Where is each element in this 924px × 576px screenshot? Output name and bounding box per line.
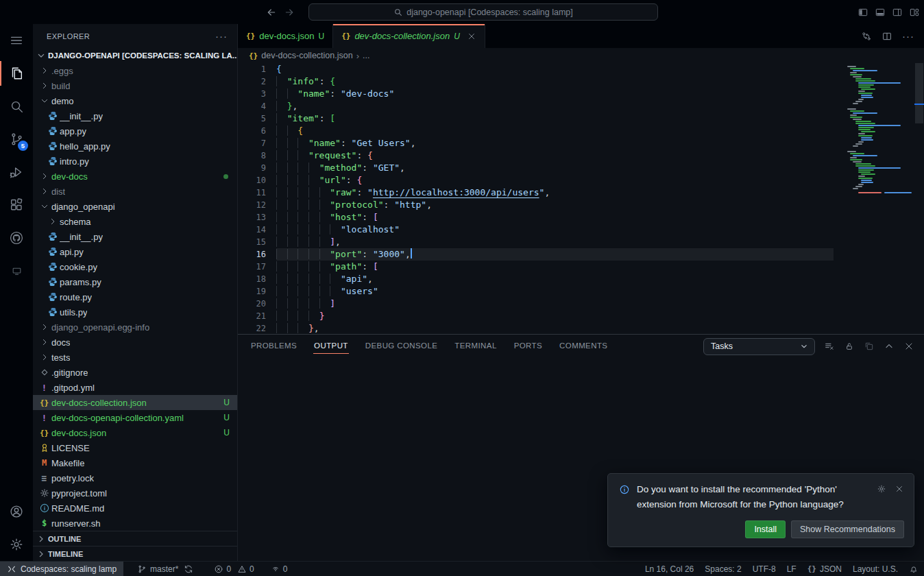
language-mode[interactable]: {}JSON [802,562,847,576]
tree-folder-dev-docs[interactable]: dev-docs [33,169,237,184]
toggle-panel-icon[interactable] [875,7,886,18]
lock-scroll-icon[interactable] [844,341,855,352]
close-panel-icon[interactable] [903,341,914,352]
run-debug-icon[interactable] [0,156,33,189]
forward-icon[interactable] [284,7,295,18]
toggle-sidebar-icon[interactable] [858,7,868,18]
show-recommendations-button[interactable]: Show Recommendations [791,520,904,538]
code-line-9[interactable]: 9 "method": "GET", [238,162,924,174]
breadcrumb-symbol[interactable]: ... [363,51,369,60]
tree-folder-schema[interactable]: schema [33,214,237,229]
notifications-bell[interactable] [903,562,924,576]
workspace-root-folder[interactable]: DJANGO-OPENAPI [CODESPACES: SCALING LA..… [33,48,237,63]
tree-file-LICENSE[interactable]: LICENSE [33,440,237,455]
code-line-18[interactable]: 18 "api", [238,273,924,285]
tree-file-.gitpod.yml[interactable]: !.gitpod.yml [33,380,237,395]
source-control-icon[interactable]: 5 [0,123,33,156]
tree-file-__init__.py[interactable]: __init__.py [33,229,237,244]
tree-file-runserver.sh[interactable]: $runserver.sh [33,516,237,531]
tree-file-dev-docs-collection.json[interactable]: {}dev-docs-collection.jsonU [33,395,237,410]
keyboard-layout[interactable]: Layout: U.S. [847,562,903,576]
cursor-position[interactable]: Ln 16, Col 26 [640,562,699,576]
tree-file-README.md[interactable]: README.md [33,501,237,516]
timeline-section[interactable]: TIMELINE [33,546,237,561]
code-line-7[interactable]: 7 "name": "Get Users", [238,137,924,149]
code-line-4[interactable]: 4 }, [238,100,924,112]
code-line-17[interactable]: 17 "path": [ [238,261,924,273]
git-branch-status[interactable]: master* [132,562,199,576]
code-line-13[interactable]: 13 "host": [ [238,211,924,224]
code-line-1[interactable]: 1{ [238,63,924,75]
maximize-panel-icon[interactable] [884,341,895,352]
editor-tab-dev-docs.json[interactable]: {}dev-docs.jsonU [238,24,333,48]
tree-folder-demo[interactable]: demo [33,93,237,108]
panel-tab-terminal[interactable]: TERMINAL [454,339,497,354]
outline-section[interactable]: OUTLINE [33,531,237,546]
github-icon[interactable] [0,221,33,254]
breadcrumb[interactable]: {} dev-docs-collection.json › ... [238,48,924,63]
tree-folder-tests[interactable]: tests [33,350,237,365]
code-line-14[interactable]: 14 "localhost" [238,224,924,236]
tree-file-api.py[interactable]: api.py [33,244,237,259]
split-editor-icon[interactable] [882,31,892,42]
code-line-16[interactable]: 16 "port": "3000", [238,248,924,261]
indentation[interactable]: Spaces: 2 [699,562,746,576]
code-editor[interactable]: 1{2 "info": {3 "name": "dev-docs"4 },5 "… [238,63,924,334]
tree-file-app.py[interactable]: app.py [33,123,237,139]
extensions-icon[interactable] [0,189,33,221]
tree-folder-django_openapi[interactable]: django_openapi [33,199,237,214]
command-center[interactable]: django-openapi [Codespaces: scaling lamp… [308,3,658,21]
remote-indicator[interactable]: Codespaces: scaling lamp [0,562,123,576]
tree-file-pyproject.toml[interactable]: pyproject.toml [33,485,237,501]
tree-file-intro.py[interactable]: intro.py [33,154,237,169]
tab-close-icon[interactable] [467,32,476,41]
panel-tab-debug-console[interactable]: DEBUG CONSOLE [365,339,439,354]
tree-file-route.py[interactable]: route.py [33,289,237,304]
back-icon[interactable] [266,7,277,18]
code-line-19[interactable]: 19 "users" [238,285,924,298]
tree-file-dev-docs-openapi-collection.yaml[interactable]: !dev-docs-openapi-collection.yamlU [33,410,237,425]
remote-explorer-icon[interactable] [0,254,33,287]
search-icon[interactable] [0,90,33,123]
panel-tab-output[interactable]: OUTPUT [313,339,349,354]
output-channel-select[interactable]: Tasks [703,338,815,355]
tree-file-cookie.py[interactable]: cookie.py [33,259,237,274]
code-line-15[interactable]: 15 ], [238,236,924,248]
sync-icon[interactable] [184,564,193,574]
code-line-20[interactable]: 20 ] [238,298,924,310]
tree-folder-docs[interactable]: docs [33,335,237,350]
menu-icon[interactable] [0,24,33,57]
tree-folder-.eggs[interactable]: .eggs [33,63,237,78]
tree-file-dev-docs.json[interactable]: {}dev-docs.jsonU [33,425,237,440]
toggle-secondary-sidebar-icon[interactable] [892,7,903,18]
code-line-22[interactable]: 22 }, [238,322,924,334]
install-button[interactable]: Install [745,520,786,538]
code-line-2[interactable]: 2 "info": { [238,75,924,88]
customize-layout-icon[interactable] [909,7,920,18]
editor-tab-dev-docs-collection.json[interactable]: {}dev-docs-collection.jsonU [333,24,485,48]
tree-file-hello_app.py[interactable]: hello_app.py [33,139,237,154]
open-changes-icon[interactable] [861,31,872,42]
panel-tab-comments[interactable]: COMMENTS [559,339,608,354]
panel-tab-ports[interactable]: PORTS [513,339,543,354]
tree-file-__init__.py[interactable]: __init__.py [33,108,237,123]
panel-tab-problems[interactable]: PROBLEMS [250,339,297,354]
editor-scrollbar[interactable] [914,63,924,334]
code-line-11[interactable]: 11 "raw": "http://localhost:3000/api/use… [238,187,924,199]
code-line-6[interactable]: 6 { [238,125,924,137]
code-line-12[interactable]: 12 "protocol": "http", [238,199,924,211]
tree-folder-dist[interactable]: dist [33,184,237,199]
encoding[interactable]: UTF-8 [747,562,781,576]
code-line-21[interactable]: 21 } [238,310,924,322]
open-output-in-editor-icon[interactable] [864,341,875,352]
notification-close-icon[interactable] [895,484,904,494]
code-line-5[interactable]: 5 "item": [ [238,112,924,125]
ports-status[interactable]: 0 [265,562,293,576]
account-icon[interactable] [0,495,33,528]
scrollbar-slider[interactable] [915,63,923,123]
minimap[interactable] [844,64,913,243]
code-line-8[interactable]: 8 "request": { [238,149,924,162]
tree-file-.gitignore[interactable]: .gitignore [33,365,237,380]
tree-folder-django_openapi.egg-info[interactable]: django_openapi.egg-info [33,320,237,335]
clear-output-icon[interactable] [824,341,835,352]
